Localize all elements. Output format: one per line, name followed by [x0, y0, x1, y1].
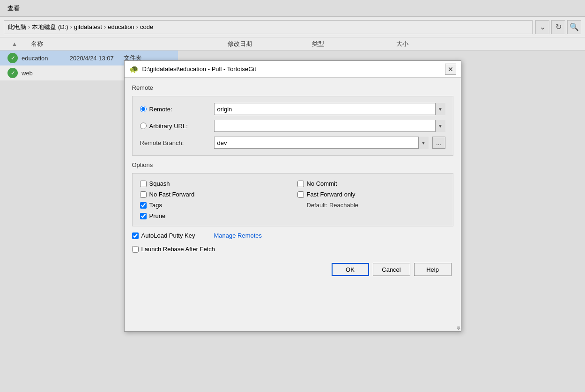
- squash-checkbox[interactable]: [140, 181, 147, 187]
- arbitrary-url-select-wrapper: ▼: [214, 120, 445, 132]
- squash-label: Squash: [149, 180, 170, 187]
- autoload-putty-checkbox[interactable]: [132, 232, 139, 239]
- no-fast-forward-checkbox[interactable]: [140, 191, 147, 198]
- tags-label: Tags: [149, 202, 162, 209]
- no-commit-checkbox-row[interactable]: No Commit: [297, 180, 445, 187]
- tags-checkbox[interactable]: [140, 202, 147, 209]
- dialog-body: Remote Remote: origin ▼: [125, 78, 461, 284]
- options-section-label: Options: [132, 161, 453, 168]
- dialog-tortoisegit-icon: 🐢: [129, 65, 139, 73]
- ok-button[interactable]: OK: [332, 263, 369, 276]
- dialog-overlay: 🐢 D:\gitdatatest\education - Pull - Tort…: [0, 0, 585, 392]
- no-fast-forward-checkbox-row[interactable]: No Fast Forward: [140, 191, 288, 198]
- remote-section: Remote: origin ▼ Arbitrary URL:: [132, 96, 453, 156]
- no-commit-checkbox[interactable]: [297, 181, 304, 187]
- squash-checkbox-row[interactable]: Squash: [140, 180, 288, 187]
- remote-select-wrapper: origin ▼: [214, 103, 445, 115]
- remote-branch-row: Remote Branch: dev ▼ ...: [140, 137, 445, 149]
- no-commit-label: No Commit: [307, 180, 337, 187]
- dialog-title: D:\gitdatatest\education - Pull - Tortoi…: [142, 65, 441, 73]
- remote-branch-dots-button[interactable]: ...: [432, 137, 445, 149]
- resize-handle[interactable]: ⟱: [454, 325, 461, 331]
- prune-checkbox[interactable]: [140, 213, 147, 219]
- default-reachable-text: Default: Reachable: [297, 202, 445, 209]
- arbitrary-url-row: Arbitrary URL: ▼: [140, 120, 445, 132]
- launch-rebase-row: Launch Rebase After Fetch: [132, 246, 453, 253]
- remote-branch-select-wrapper: dev ▼: [214, 137, 429, 149]
- autoload-putty-checkbox-row[interactable]: AutoLoad Putty Key: [132, 232, 195, 239]
- remote-radio-input[interactable]: [140, 106, 147, 112]
- arbitrary-url-radio-input[interactable]: [140, 123, 147, 129]
- fast-forward-only-label: Fast Forward only: [307, 191, 355, 198]
- dialog-buttons: OK Cancel Help: [132, 259, 453, 278]
- remote-select[interactable]: origin: [214, 103, 445, 115]
- remote-radio-label[interactable]: Remote:: [140, 106, 210, 113]
- arbitrary-url-radio-label[interactable]: Arbitrary URL:: [140, 123, 210, 130]
- no-fast-forward-label: No Fast Forward: [149, 191, 195, 198]
- remote-branch-label: Remote Branch:: [140, 139, 210, 146]
- prune-label: Prune: [149, 212, 166, 219]
- tags-checkbox-row[interactable]: Tags: [140, 202, 288, 209]
- bottom-options: AutoLoad Putty Key Manage Remotes: [132, 232, 453, 239]
- fast-forward-only-checkbox[interactable]: [297, 191, 304, 198]
- remote-radio-text: Remote:: [149, 106, 172, 113]
- manage-remotes-link[interactable]: Manage Remotes: [214, 232, 262, 239]
- options-grid: Squash No Commit No Fast Forward Fast Fo…: [140, 180, 445, 219]
- dialog-close-button[interactable]: ✕: [445, 64, 456, 75]
- autoload-putty-label: AutoLoad Putty Key: [141, 232, 195, 239]
- arbitrary-url-radio-text: Arbitrary URL:: [149, 123, 188, 130]
- prune-checkbox-row[interactable]: Prune: [140, 212, 288, 219]
- arbitrary-url-select[interactable]: [214, 120, 445, 132]
- cancel-button[interactable]: Cancel: [373, 263, 410, 276]
- launch-rebase-checkbox-row[interactable]: Launch Rebase After Fetch: [132, 246, 453, 253]
- launch-rebase-label: Launch Rebase After Fetch: [141, 246, 215, 253]
- remote-radio-row: Remote: origin ▼: [140, 103, 445, 115]
- pull-dialog: 🐢 D:\gitdatatest\education - Pull - Tort…: [124, 60, 461, 332]
- dialog-titlebar: 🐢 D:\gitdatatest\education - Pull - Tort…: [125, 61, 461, 78]
- remote-branch-select[interactable]: dev: [214, 137, 429, 149]
- help-button[interactable]: Help: [414, 263, 452, 276]
- launch-rebase-checkbox[interactable]: [132, 246, 139, 253]
- options-section: Squash No Commit No Fast Forward Fast Fo…: [132, 173, 453, 226]
- remote-section-label: Remote: [132, 84, 453, 91]
- fast-forward-only-checkbox-row[interactable]: Fast Forward only: [297, 191, 445, 198]
